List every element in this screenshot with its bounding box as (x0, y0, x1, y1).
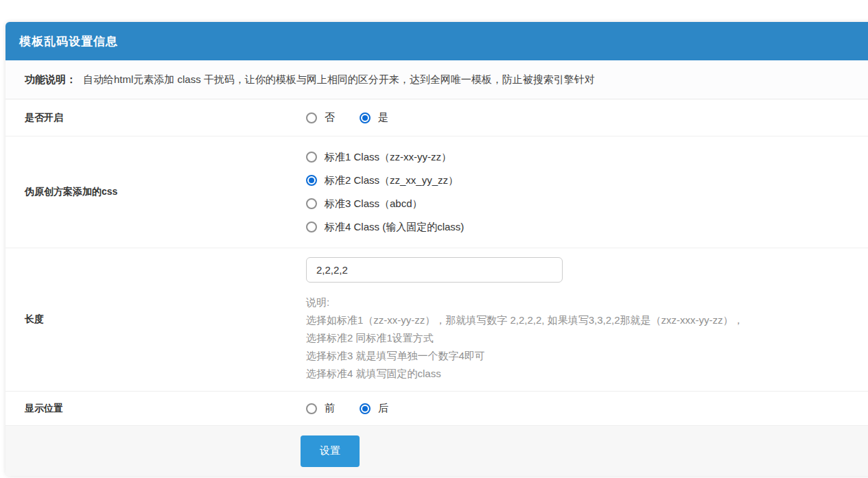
radio-option-standard4[interactable]: 标准4 Class (输入固定的class) (306, 215, 464, 239)
radio-icon-front[interactable] (306, 403, 317, 414)
panel-title: 模板乱码设置信息 (19, 34, 118, 49)
length-label: 长度 (5, 313, 306, 326)
length-input[interactable] (306, 257, 563, 283)
radio-icon-standard1[interactable] (306, 152, 317, 163)
position-label: 显示位置 (5, 403, 306, 415)
radio-icon-no[interactable] (306, 112, 317, 123)
submit-button[interactable]: 设置 (301, 435, 360, 467)
function-description-row: 功能说明： 自动给html元素添加 class 干扰码，让你的模板与网上相同的区… (5, 60, 868, 99)
position-radio-group: 前 后 (306, 397, 413, 420)
radio-icon-standard2[interactable] (306, 175, 317, 186)
enable-label: 是否开启 (5, 112, 306, 124)
radio-option-standard2[interactable]: 标准2 Class（zz_xx_yy_zz） (306, 169, 464, 192)
css-scheme-label: 伪原创方案添加的css (5, 186, 306, 198)
radio-label-front[interactable]: 前 (325, 402, 335, 415)
length-help-line: 选择如标准1（zz-xx-yy-zz），那就填写数字 2,2,2,2, 如果填写… (306, 311, 744, 329)
radio-icon-standard4[interactable] (306, 222, 317, 232)
row-css-scheme: 伪原创方案添加的css 标准1 Class（zz-xx-yy-zz） 标准2 C… (5, 136, 868, 248)
radio-label-back[interactable]: 后 (378, 402, 388, 415)
radio-label-standard2[interactable]: 标准2 Class（zz_xx_yy_zz） (325, 174, 458, 187)
row-length: 长度 说明: 选择如标准1（zz-xx-yy-zz），那就填写数字 2,2,2,… (5, 248, 868, 392)
css-scheme-radio-group: 标准1 Class（zz-xx-yy-zz） 标准2 Class（zz_xx_y… (306, 145, 464, 239)
row-position: 显示位置 前 后 (5, 392, 868, 426)
radio-label-standard1[interactable]: 标准1 Class（zz-xx-yy-zz） (325, 151, 451, 164)
length-help-line: 选择标准3 就是填写单独一个数字4即可 (306, 347, 744, 365)
length-help-line: 说明: (306, 294, 744, 311)
length-help: 说明: 选择如标准1（zz-xx-yy-zz），那就填写数字 2,2,2,2, … (306, 294, 744, 383)
function-description-label: 功能说明： (25, 73, 76, 86)
length-control: 说明: 选择如标准1（zz-xx-yy-zz），那就填写数字 2,2,2,2, … (306, 257, 744, 383)
radio-option-no[interactable]: 否 (306, 106, 335, 130)
radio-option-back[interactable]: 后 (360, 397, 388, 420)
radio-option-yes[interactable]: 是 (360, 106, 388, 130)
settings-panel: 模板乱码设置信息 功能说明： 自动给html元素添加 class 干扰码，让你的… (5, 22, 868, 476)
radio-option-standard3[interactable]: 标准3 Class（abcd） (306, 192, 464, 215)
panel-header: 模板乱码设置信息 (5, 22, 868, 60)
radio-option-front[interactable]: 前 (306, 397, 335, 420)
radio-option-standard1[interactable]: 标准1 Class（zz-xx-yy-zz） (306, 145, 464, 169)
enable-radio-group: 否 是 (306, 106, 413, 130)
radio-label-yes[interactable]: 是 (378, 111, 388, 124)
radio-label-no[interactable]: 否 (325, 111, 335, 124)
radio-icon-back[interactable] (360, 403, 371, 414)
length-help-line: 选择标准2 同标准1设置方式 (306, 329, 744, 347)
length-help-line: 选择标准4 就填写固定的class (306, 365, 744, 383)
function-description-text: 自动给html元素添加 class 干扰码，让你的模板与网上相同的区分开来，达到… (83, 73, 595, 86)
radio-label-standard4[interactable]: 标准4 Class (输入固定的class) (325, 221, 464, 234)
panel-footer: 设置 (5, 426, 868, 476)
row-enable: 是否开启 否 是 (5, 99, 868, 136)
radio-label-standard3[interactable]: 标准3 Class（abcd） (325, 198, 423, 211)
radio-icon-yes[interactable] (360, 112, 371, 123)
radio-icon-standard3[interactable] (306, 198, 317, 209)
